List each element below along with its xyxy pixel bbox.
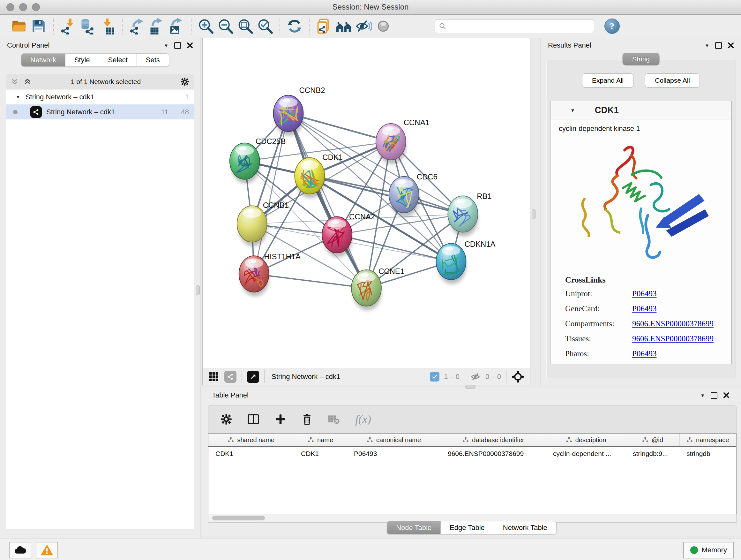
graph-node-HIST1H1A[interactable]: HIST1H1A [239,252,300,296]
hide-selected-eye-icon[interactable] [354,17,374,36]
export-table-icon[interactable] [147,17,166,36]
graph-node-CDC25B[interactable]: CDC25B [230,137,286,184]
graph-edge[interactable] [288,113,366,288]
expand-all-button[interactable]: Expand All [582,73,633,87]
export-network-icon[interactable] [127,17,147,36]
graph-node-label: HIST1H1A [264,252,300,261]
zoom-selected-icon[interactable] [255,17,275,36]
tab-style[interactable]: Style [65,53,99,67]
column-header[interactable]: shared name [208,434,294,447]
zoom-in-icon[interactable] [196,17,216,36]
expand-all-icon[interactable] [23,78,31,86]
memory-status-icon [690,546,698,554]
graph-node-CDKN1A[interactable]: CDKN1A [436,240,495,284]
save-session-icon[interactable] [29,17,49,36]
first-neighbors-icon[interactable] [334,17,354,36]
tab-sets[interactable]: Sets [137,53,169,67]
tab-node-table[interactable]: Node Table [387,521,441,535]
warning-status-button[interactable] [36,542,58,558]
crosslink-tissues[interactable]: 9606.ENSP00000378699 [632,334,731,343]
column-header[interactable]: namespace [679,434,736,447]
float-panel-icon[interactable] [715,42,722,49]
protein-structure-image [571,138,711,273]
tab-network[interactable]: Network [21,53,65,67]
crosslink-label: Compartments: [565,319,632,328]
table-row[interactable]: CDK1 CDK1 P06493 9606.ENSP00000378699 cy… [208,447,736,460]
import-network-file-icon[interactable] [58,17,78,36]
collapse-all-icon[interactable] [10,78,19,86]
selected-checkbox-icon[interactable] [430,372,440,381]
grid-view-icon[interactable] [208,371,219,382]
open-documents-icon[interactable] [314,17,334,36]
memory-button[interactable]: Memory [683,542,734,558]
graph-node-CCNB1[interactable]: CCNB1 [237,201,289,246]
refresh-layout-icon[interactable] [285,17,305,36]
collapse-all-button[interactable]: Collapse All [645,73,700,87]
toolbar-separator [122,18,123,35]
export-image-icon[interactable] [166,17,186,36]
zoom-fit-icon[interactable] [235,17,255,36]
network-collection-row[interactable]: ▼ String Network – cdk1 1 [6,89,194,105]
scrollbar-thumb[interactable] [212,516,265,520]
close-panel-icon[interactable] [723,392,730,398]
import-table-icon[interactable] [98,17,118,36]
network-share-icon[interactable] [224,371,237,383]
graph-node-CCNE1[interactable]: CCNE1 [351,267,404,310]
crosslinks-section: CrossLinks Uniprot:P06493 GeneCard:P0649… [565,275,731,358]
add-column-icon[interactable] [274,413,287,426]
tab-network-table[interactable]: Network Table [494,521,556,535]
column-header[interactable]: description [546,434,626,447]
left-splitter-handle[interactable] [196,285,200,295]
tab-select[interactable]: Select [99,53,137,67]
crosslink-uniprot[interactable]: P06493 [632,289,731,298]
tab-edge-table[interactable]: Edge Table [441,521,494,535]
import-network-database-icon[interactable] [78,17,98,36]
memory-label: Memory [702,546,727,554]
node-table[interactable]: shared name name canonical name database… [208,433,737,514]
float-panel-icon[interactable] [711,392,718,399]
search-input[interactable] [449,22,594,30]
horizontal-splitter-handle[interactable] [465,385,475,389]
network-canvas[interactable]: CCNB2CCNA1CDC25BCDK1CDC6RB1CCNB1CCNA2CDK… [203,38,530,368]
collection-expander-icon[interactable]: ▼ [16,94,20,100]
graph-edge[interactable] [337,235,451,261]
close-panel-icon[interactable] [187,42,193,49]
graph-node-CDC6[interactable]: CDC6 [389,172,437,217]
column-header[interactable]: canonical name [347,434,441,447]
graph-node-label: CCNE1 [379,267,404,275]
cloud-status-button[interactable] [9,542,31,558]
show-columns-icon[interactable] [247,413,260,426]
network-row-selected[interactable]: String Network – cdk1 11 48 [6,105,194,119]
delete-column-icon[interactable] [301,413,313,426]
graph-edge[interactable] [254,274,366,288]
table-settings-gear-icon[interactable] [220,413,232,426]
zoom-out-icon[interactable] [216,17,235,36]
column-header[interactable]: name [294,434,347,447]
panel-menu-icon[interactable]: ▼ [700,393,705,398]
panel-menu-icon[interactable]: ▼ [704,43,710,48]
crosslink-genecard[interactable]: P06493 [632,304,731,313]
open-session-icon[interactable] [9,17,29,36]
column-header[interactable]: @id [626,434,679,447]
show-graphics-details-icon[interactable] [374,17,393,36]
toolbar-separator [280,18,280,35]
close-panel-icon[interactable] [728,42,734,49]
global-search-field[interactable] [434,19,594,33]
graph-node-CCNB2[interactable]: CCNB2 [273,86,325,136]
crosslink-pharos[interactable]: P06493 [632,349,731,358]
column-header[interactable]: database identifier [441,434,546,447]
crosslink-compartments[interactable]: 9606.ENSP00000378699 [632,319,731,328]
birdseye-view-icon[interactable] [247,371,259,383]
float-panel-icon[interactable] [174,42,181,49]
column-type-icon [227,437,234,443]
tab-string[interactable]: String [622,53,660,65]
gene-card-header[interactable]: ▼ CDK1 [550,101,731,119]
right-splitter-handle[interactable] [532,209,536,219]
help-icon[interactable]: ? [604,18,620,34]
graph-node-RB1[interactable]: RB1 [448,192,492,237]
fit-content-crosshair-icon[interactable] [512,370,524,383]
gear-icon[interactable] [180,77,190,86]
panel-menu-icon[interactable]: ▼ [164,43,169,48]
gene-expander-icon[interactable]: ▼ [570,108,575,113]
graph-node-CCNA1[interactable]: CCNA1 [376,118,429,164]
